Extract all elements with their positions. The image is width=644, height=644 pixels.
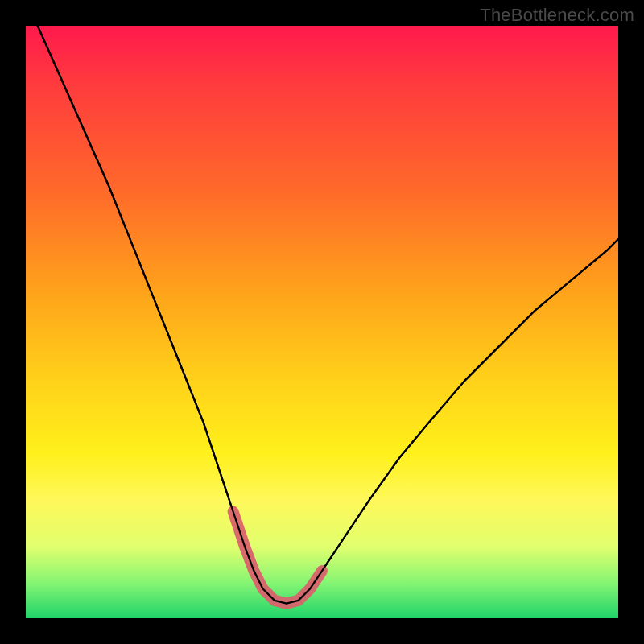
curve-layer	[26, 26, 618, 618]
watermark-label: TheBottleneck.com	[480, 5, 634, 26]
plot-area	[26, 26, 618, 618]
bottleneck-curve-overlay	[38, 26, 618, 604]
chart-frame: TheBottleneck.com	[0, 0, 644, 644]
